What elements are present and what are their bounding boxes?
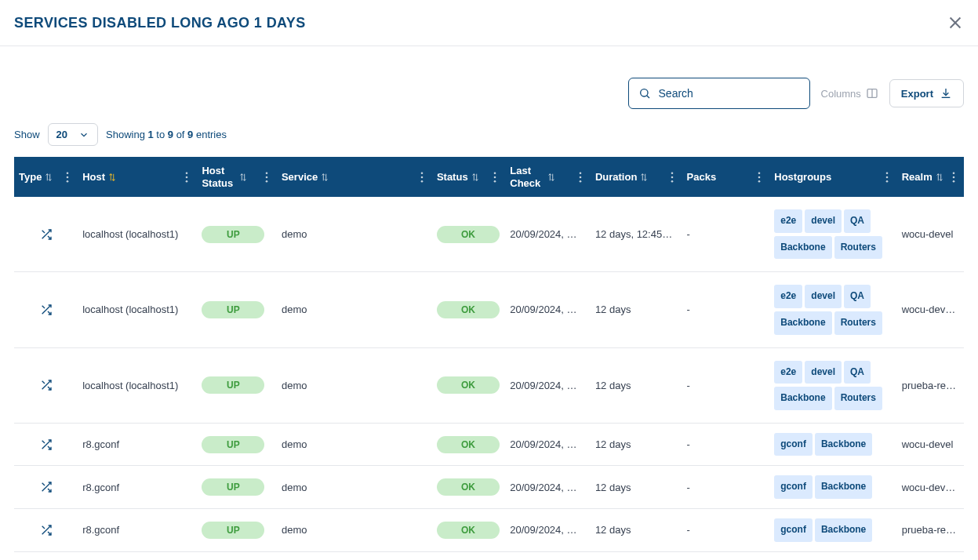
page-size-select[interactable]: 20 [48, 123, 98, 146]
table-row[interactable]: r8.gconfUPdemoOK20/09/2024, …12 days-gco… [14, 423, 964, 466]
cell-realm: wocu-devel [897, 197, 964, 272]
status-badge: OK [437, 436, 500, 453]
sort-icon [239, 173, 247, 182]
svg-point-12 [266, 172, 268, 174]
svg-point-22 [580, 176, 582, 178]
column-menu-icon[interactable] [263, 172, 271, 183]
column-menu-icon[interactable] [576, 172, 584, 183]
hostgroup-tag[interactable]: Routers [834, 387, 882, 410]
col-realm[interactable]: Realm [897, 157, 964, 197]
svg-point-8 [67, 180, 69, 183]
cell-host: r8.gconf [78, 423, 197, 466]
cell-hostgroups: gconfBackbone [769, 466, 896, 509]
col-status[interactable]: Status [432, 157, 505, 197]
close-icon[interactable] [947, 14, 964, 31]
hostgroup-tag[interactable]: Backbone [774, 236, 831, 260]
column-menu-icon[interactable] [883, 172, 891, 183]
hostgroup-tag[interactable]: e2e [774, 209, 802, 233]
search-input[interactable] [651, 87, 800, 100]
svg-line-47 [42, 440, 44, 442]
status-badge: OK [437, 376, 500, 394]
col-type[interactable]: Type [14, 157, 78, 197]
showing-entries: Showing 1 to 9 of 9 entries [106, 129, 227, 140]
hostgroup-tag[interactable]: Routers [834, 236, 882, 260]
cell-packs: - [682, 197, 770, 272]
columns-button[interactable]: Columns [821, 87, 878, 100]
cell-last-check: 20/09/2024, … [505, 347, 591, 423]
hostgroup-tag[interactable]: Backbone [815, 475, 872, 499]
hostgroup-tag[interactable]: gconf [774, 475, 813, 499]
hostgroup-tag[interactable]: QA [844, 361, 871, 384]
hostgroup-tag[interactable]: e2e [774, 361, 802, 384]
cell-hostgroups: gconfBackbone [769, 423, 896, 466]
status-badge: UP [202, 376, 264, 394]
hostgroup-tag[interactable]: Backbone [815, 518, 872, 542]
hostgroup-tag[interactable]: QA [844, 285, 871, 308]
cell-host-status: UP [197, 466, 277, 509]
hostgroup-tag[interactable]: Backbone [815, 433, 872, 456]
status-badge: UP [202, 436, 264, 453]
col-host-status[interactable]: Host Status [197, 157, 277, 197]
svg-point-29 [758, 180, 761, 183]
table-row[interactable]: localhost (localhost1)UPdemoOK20/09/2024… [14, 272, 964, 347]
search-box[interactable] [628, 78, 810, 109]
column-menu-icon[interactable] [950, 172, 958, 183]
hostgroup-tag[interactable]: devel [805, 209, 842, 233]
column-menu-icon[interactable] [183, 172, 191, 183]
cell-last-check: 20/09/2024, … [505, 197, 591, 272]
cell-service: demo [277, 508, 432, 551]
hostgroup-tag[interactable]: devel [805, 361, 842, 384]
svg-point-28 [758, 176, 761, 178]
column-menu-icon[interactable] [755, 172, 763, 183]
table-row[interactable]: r8.gconfUPdemoOK20/09/2024, …12 days-gco… [14, 466, 964, 509]
svg-point-14 [266, 180, 268, 183]
svg-point-24 [671, 172, 673, 174]
hostgroup-tag[interactable]: Routers [834, 311, 882, 335]
cell-last-check: 20/09/2024, … [505, 551, 591, 560]
cell-last-check: 20/09/2024, … [505, 508, 591, 551]
col-host[interactable]: Host [78, 157, 197, 197]
search-icon [638, 87, 651, 100]
cell-realm: wocu-dev… [897, 466, 964, 509]
cell-hostgroups: e2edevelQABackboneRouters [769, 272, 896, 347]
export-label: Export [901, 88, 933, 100]
hostgroup-tag[interactable]: devel [805, 285, 842, 308]
cell-duration: 12 days [591, 551, 682, 560]
svg-point-18 [494, 172, 496, 174]
status-badge: UP [202, 522, 264, 539]
svg-point-20 [494, 180, 496, 183]
hostgroup-tag[interactable]: e2e [774, 285, 802, 308]
hostgroup-tag[interactable]: gconf [774, 433, 813, 456]
svg-line-41 [42, 306, 44, 308]
cell-host: localhost (localhost1) [78, 347, 197, 423]
col-last-check[interactable]: Last Check [505, 157, 591, 197]
column-menu-icon[interactable] [491, 172, 499, 183]
column-menu-icon[interactable] [64, 172, 71, 183]
cell-packs: - [682, 423, 770, 466]
table-row[interactable]: three.wocu-monitorin…UPdemoOK20/09/2024,… [14, 551, 964, 560]
cell-host: r8.gconf [78, 466, 197, 509]
shuffle-icon [19, 481, 73, 493]
table-row[interactable]: r8.gconfUPdemoOK20/09/2024, …12 days-gco… [14, 508, 964, 551]
svg-point-16 [421, 176, 424, 178]
col-service[interactable]: Service [277, 157, 432, 197]
show-label: Show [14, 129, 40, 140]
hostgroup-tag[interactable]: Backbone [774, 387, 831, 410]
column-menu-icon[interactable] [418, 172, 426, 183]
status-badge: OK [437, 478, 500, 496]
export-button[interactable]: Export [889, 79, 964, 107]
column-menu-icon[interactable] [668, 172, 676, 183]
table-row[interactable]: localhost (localhost1)UPdemoOK20/09/2024… [14, 197, 964, 272]
cell-packs: - [682, 508, 770, 551]
cell-host-status: UP [197, 423, 277, 466]
hostgroup-tag[interactable]: gconf [774, 518, 813, 542]
col-hostgroups[interactable]: Hostgroups [769, 157, 896, 197]
table-row[interactable]: localhost (localhost1)UPdemoOK20/09/2024… [14, 347, 964, 423]
hostgroup-tag[interactable]: Backbone [774, 311, 831, 335]
svg-line-3 [646, 96, 649, 98]
cell-host: three.wocu-monitorin… [78, 551, 197, 560]
col-packs[interactable]: Packs [682, 157, 770, 197]
cell-host: r8.gconf [78, 508, 197, 551]
hostgroup-tag[interactable]: QA [844, 209, 871, 233]
col-duration[interactable]: Duration [591, 157, 682, 197]
